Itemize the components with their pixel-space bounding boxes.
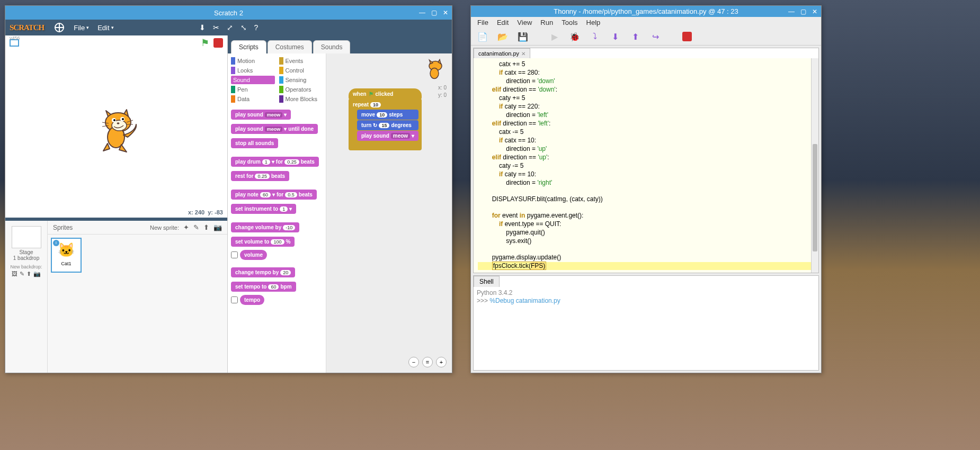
category-more[interactable]: More Blocks [279, 95, 323, 103]
stage-canvas[interactable] [5, 50, 227, 204]
green-flag-icon[interactable]: ⚑ [201, 37, 209, 49]
thonny-window: Thonny - /home/pi/python_games/catanimat… [470, 5, 822, 373]
menu-file[interactable]: File [474, 17, 492, 28]
camera-backdrop-icon[interactable]: 📷 [33, 271, 41, 277]
scratch-logo: SCRATCH [10, 23, 49, 32]
tab-sounds[interactable]: Sounds [313, 40, 351, 53]
new-backdrop-label: New backdrop: [8, 264, 44, 269]
paint-backdrop-icon[interactable]: ✎ [20, 271, 24, 277]
editor-panel: catanimation.py✕ catx += 5 if catx == 28… [473, 48, 819, 273]
help-icon[interactable]: ? [254, 23, 259, 32]
tab-costumes[interactable]: Costumes [268, 40, 312, 53]
language-icon[interactable] [55, 23, 64, 32]
new-file-icon[interactable]: 📄 [475, 29, 490, 44]
camera-sprite-icon[interactable]: 📷 [213, 223, 222, 231]
close-button[interactable]: ✕ [810, 7, 819, 16]
category-control[interactable]: Control [279, 66, 323, 75]
sprite-info-icon[interactable]: i [53, 240, 59, 246]
zoom-reset-icon[interactable]: = [422, 357, 433, 367]
zoom-out-icon[interactable]: − [408, 357, 419, 367]
scratch-menubar: SCRATCH File Edit ⬇ ✂ ⤢ ⤡ ? [5, 20, 452, 35]
block-rest-for[interactable]: rest for0.25beats [231, 171, 289, 181]
stop-icon[interactable] [213, 38, 223, 48]
block-set-tempo[interactable]: set tempo to60bpm [231, 282, 296, 292]
tempo-reporter-checkbox[interactable] [231, 296, 238, 303]
move-block[interactable]: move10steps [357, 110, 418, 120]
menu-help[interactable]: Help [583, 17, 604, 28]
step-into-icon[interactable]: ⬇ [608, 29, 622, 44]
minimize-button[interactable]: — [787, 7, 796, 16]
block-set-volume[interactable]: set volume to100% [231, 237, 295, 247]
category-data[interactable]: Data [231, 95, 275, 103]
cat-sprite[interactable] [98, 109, 140, 156]
stop-icon[interactable] [680, 29, 694, 44]
block-play-sound[interactable]: play soundmeow▾ [231, 110, 291, 120]
step-over-icon[interactable]: ⤵ [587, 29, 602, 44]
block-volume[interactable]: volume [240, 250, 267, 260]
menu-tools[interactable]: Tools [558, 17, 581, 28]
block-play-note[interactable]: play note60▾for0.5beats [231, 190, 317, 200]
stage-thumbnail[interactable] [12, 226, 41, 248]
menu-view[interactable]: View [514, 17, 535, 28]
cut-icon[interactable]: ✂ [213, 23, 219, 32]
tab-scripts[interactable]: Scripts [231, 40, 266, 53]
block-play-sound-until[interactable]: play soundmeow▾until done [231, 124, 318, 134]
debug-icon[interactable]: 🐞 [567, 29, 582, 44]
maximize-button[interactable]: ▢ [799, 7, 807, 16]
close-tab-icon[interactable]: ✕ [521, 51, 525, 57]
block-set-instrument[interactable]: set instrument to1▾ [231, 204, 296, 214]
backdrop-count: 1 backdrop [8, 255, 44, 261]
step-out-icon[interactable]: ⬆ [628, 29, 643, 44]
open-file-icon[interactable]: 📂 [495, 29, 510, 44]
stamp-icon[interactable]: ⬇ [199, 23, 206, 32]
category-looks[interactable]: Looks [231, 66, 275, 75]
category-motion[interactable]: Motion [231, 57, 275, 65]
shell-output[interactable]: Python 3.4.2 >>> %Debug catanimation.py [474, 287, 818, 370]
stage-thumb-column: Stage 1 backdrop New backdrop: 🖼 ✎ ⬆ 📷 [5, 221, 48, 373]
category-sound[interactable]: Sound [231, 76, 275, 84]
when-flag-clicked-block[interactable]: when⚑clicked [349, 88, 422, 100]
zoom-in-icon[interactable]: + [436, 357, 447, 367]
script-stack[interactable]: when⚑clicked repeat10 move10steps turn↻1… [349, 88, 422, 150]
sprite-thumbnail [425, 59, 447, 83]
close-button[interactable]: ✕ [441, 8, 450, 17]
category-events[interactable]: Events [279, 57, 323, 65]
choose-backdrop-icon[interactable]: 🖼 [12, 271, 17, 277]
block-stop-all-sounds[interactable]: stop all sounds [231, 138, 278, 148]
upload-backdrop-icon[interactable]: ⬆ [26, 271, 31, 277]
resume-icon[interactable]: ↪ [648, 29, 663, 44]
volume-reporter-checkbox[interactable] [231, 251, 238, 258]
shrink-icon[interactable]: ⤡ [240, 23, 247, 32]
editor-tab[interactable]: catanimation.py✕ [474, 48, 530, 58]
category-sensing[interactable]: Sensing [279, 76, 323, 84]
script-area[interactable]: x: 0y: 0 when⚑clicked repeat10 move10ste… [326, 53, 452, 373]
minimize-button[interactable]: — [418, 8, 426, 17]
category-pen[interactable]: Pen [231, 85, 275, 94]
run-icon[interactable]: ▶ [547, 29, 562, 44]
maximize-button[interactable]: ▢ [430, 8, 438, 17]
sprite-item-cat1[interactable]: i 🐱 Cat1 [51, 238, 82, 273]
save-file-icon[interactable]: 💾 [515, 29, 530, 44]
upload-sprite-icon[interactable]: ⬆ [203, 223, 209, 231]
block-play-drum[interactable]: play drum1▾for0.25beats [231, 157, 319, 167]
svg-point-13 [430, 68, 439, 79]
category-operators[interactable]: Operators [279, 85, 323, 94]
block-change-volume[interactable]: change volume by-10 [231, 222, 299, 232]
block-change-tempo[interactable]: change tempo by20 [231, 267, 295, 277]
paint-sprite-icon[interactable]: ✎ [193, 223, 199, 231]
file-menu[interactable]: File [69, 24, 93, 32]
stage-area: ⚑ v456 [5, 35, 227, 221]
turn-block[interactable]: turn↻15degrees [357, 120, 418, 130]
shell-tab[interactable]: Shell [474, 276, 500, 287]
editor-scrollbar[interactable] [811, 58, 818, 273]
menu-edit[interactable]: Edit [494, 17, 512, 28]
block-tempo[interactable]: tempo [240, 295, 264, 305]
grow-icon[interactable]: ⤢ [227, 23, 233, 32]
edit-menu[interactable]: Edit [93, 24, 118, 32]
code-editor[interactable]: catx += 5 if catx == 280: direction = 'd… [474, 58, 818, 273]
play-sound-block[interactable]: play soundmeow▾ [357, 131, 418, 141]
repeat-block[interactable]: repeat10 move10steps turn↻15degrees play… [349, 98, 422, 150]
menu-run[interactable]: Run [537, 17, 556, 28]
sprite-xy-readout: x: 0y: 0 [438, 84, 447, 99]
choose-sprite-icon[interactable]: ✦ [183, 223, 189, 231]
